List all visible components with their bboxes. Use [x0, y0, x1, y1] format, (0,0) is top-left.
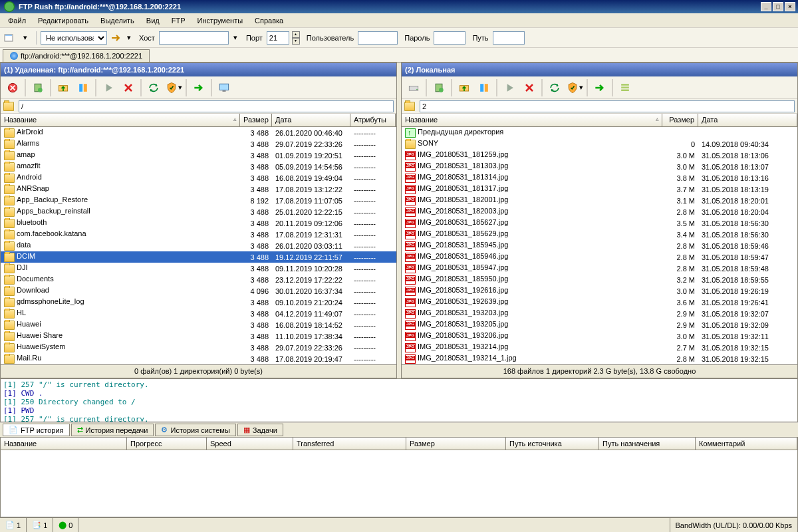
- transfer-queue[interactable]: [0, 450, 798, 517]
- table-row[interactable]: Mail.Ru3 48817.08.2019 20:19:47---------: [1, 353, 396, 364]
- table-row[interactable]: Download4 09630.01.2020 16:37:34--------…: [1, 285, 396, 297]
- close-button[interactable]: ×: [785, 2, 795, 11]
- table-row[interactable]: IMG_20180531_193214_1.jpg2.8 M31.05.2018…: [402, 353, 797, 364]
- bookmark-icon[interactable]: [29, 78, 47, 97]
- table-row[interactable]: Huawei Share3 48811.10.2019 17:38:34----…: [1, 331, 396, 342]
- col-name[interactable]: Название▵: [402, 114, 662, 126]
- th-name[interactable]: Название: [1, 438, 127, 450]
- col-date[interactable]: Дата: [272, 114, 350, 126]
- tab-system-history[interactable]: ⚙История системы: [155, 424, 235, 436]
- col-size[interactable]: Размер: [662, 114, 698, 126]
- col-date[interactable]: Дата: [698, 114, 797, 126]
- table-row[interactable]: Apps_backup_reinstall3 48825.01.2020 12:…: [1, 206, 396, 217]
- table-row[interactable]: Huawei3 48816.08.2019 18:14:52---------: [1, 319, 396, 331]
- table-row[interactable]: Documents3 48823.12.2019 17:22:22-------…: [1, 274, 396, 285]
- menu-file[interactable]: Файл: [3, 15, 31, 26]
- drive-icon[interactable]: [404, 78, 423, 97]
- th-comment[interactable]: Комментарий: [696, 438, 797, 450]
- local-columns-icon[interactable]: [475, 78, 493, 97]
- table-row[interactable]: bluetooth3 48820.11.2019 09:12:06-------…: [1, 217, 396, 229]
- new-connection-icon[interactable]: [3, 31, 16, 45]
- local-play-icon[interactable]: [500, 78, 519, 97]
- table-row[interactable]: HL3 48804.12.2019 11:49:07---------: [1, 308, 396, 319]
- table-row[interactable]: amap3 48801.09.2019 19:20:51---------: [1, 150, 396, 161]
- local-bookmark-icon[interactable]: [430, 78, 448, 97]
- tab-ftp-history[interactable]: 📄FTP история: [3, 424, 70, 436]
- table-row[interactable]: gdmssphoneLite_log3 48809.10.2019 21:20:…: [1, 297, 396, 308]
- up-folder-icon[interactable]: [54, 78, 72, 97]
- table-row[interactable]: IMG_20180531_185946.jpg2.8 M31.05.2018 1…: [402, 251, 797, 263]
- play-icon[interactable]: [99, 78, 118, 97]
- local-file-list[interactable]: Предыдущая директорияSONY014.09.2018 09:…: [402, 127, 797, 364]
- th-transferred[interactable]: Transferred: [293, 438, 406, 450]
- disconnect-icon[interactable]: [3, 78, 22, 97]
- table-row[interactable]: AirDroid3 48826.01.2020 00:46:40--------…: [1, 127, 396, 138]
- table-row[interactable]: data3 48826.01.2020 03:03:11---------: [1, 240, 396, 251]
- remote-path-input[interactable]: [19, 100, 394, 112]
- quick-connect-dropdown-icon[interactable]: ▾: [19, 31, 32, 45]
- table-row[interactable]: SONY014.09.2018 09:40:34: [402, 138, 797, 150]
- table-row[interactable]: IMG_20180531_193205.jpg2.9 M31.05.2018 1…: [402, 319, 797, 331]
- table-row[interactable]: IMG_20180531_185947.jpg2.8 M31.05.2018 1…: [402, 263, 797, 274]
- monitor-icon[interactable]: [215, 78, 233, 97]
- local-delete-icon[interactable]: [520, 78, 539, 97]
- local-up-folder-icon[interactable]: [455, 78, 473, 97]
- table-row[interactable]: IMG_20180531_181314.jpg3.8 M31.05.2018 1…: [402, 172, 797, 184]
- refresh-icon[interactable]: [144, 78, 163, 97]
- table-row[interactable]: IMG_20180531_185945.jpg2.8 M31.05.2018 1…: [402, 240, 797, 251]
- local-path-input[interactable]: [420, 100, 795, 112]
- connect-arrow-icon[interactable]: [110, 31, 123, 45]
- delete-icon[interactable]: [119, 78, 138, 97]
- table-row[interactable]: HuaweiSystem3 48829.07.2019 22:33:26----…: [1, 342, 396, 353]
- dropdown-icon[interactable]: ▾: [126, 31, 132, 45]
- parent-dir-row[interactable]: Предыдущая директория: [402, 127, 797, 138]
- table-row[interactable]: IMG_20180531_182003.jpg2.8 M31.05.2018 1…: [402, 206, 797, 217]
- table-row[interactable]: IMG_20180531_193206.jpg3.0 M31.05.2018 1…: [402, 331, 797, 342]
- transfer-right-icon[interactable]: [190, 78, 208, 97]
- maximize-button[interactable]: □: [773, 2, 783, 11]
- user-input[interactable]: [358, 31, 398, 45]
- table-row[interactable]: DJI3 48809.11.2019 10:20:28---------: [1, 263, 396, 274]
- port-up-icon[interactable]: ▴: [292, 31, 300, 38]
- table-row[interactable]: IMG_20180531_192616.jpg3.0 M31.05.2018 1…: [402, 285, 797, 297]
- table-row[interactable]: com.facebook.katana3 48817.08.2019 12:31…: [1, 229, 396, 240]
- menu-select[interactable]: Выделить: [95, 15, 140, 26]
- local-shield-icon[interactable]: ▾: [565, 78, 584, 97]
- table-row[interactable]: Android3 48816.08.2019 19:49:04---------: [1, 172, 396, 184]
- table-row[interactable]: IMG_20180531_193214.jpg2.7 M31.05.2018 1…: [402, 342, 797, 353]
- shield-icon[interactable]: ▾: [164, 78, 183, 97]
- table-row[interactable]: IMG_20180531_182001.jpg3.1 M31.05.2018 1…: [402, 195, 797, 206]
- table-row[interactable]: DCIM3 48819.12.2019 22:11:57---------: [1, 251, 396, 263]
- menu-ftp[interactable]: FTP: [166, 15, 191, 26]
- table-row[interactable]: IMG_20180531_193203.jpg2.9 M31.05.2018 1…: [402, 308, 797, 319]
- local-refresh-icon[interactable]: [545, 78, 564, 97]
- table-row[interactable]: amazfit3 48805.09.2019 14:54:56---------: [1, 161, 396, 172]
- table-row[interactable]: App_Backup_Restore8 19217.08.2019 11:07:…: [1, 195, 396, 206]
- menu-view[interactable]: Вид: [141, 15, 165, 26]
- table-row[interactable]: IMG_20180531_192639.jpg3.6 M31.05.2018 1…: [402, 297, 797, 308]
- tab-tasks[interactable]: ▦Задачи: [237, 424, 283, 436]
- password-input[interactable]: [434, 31, 466, 45]
- host-input[interactable]: [159, 31, 229, 45]
- col-size[interactable]: Размер: [240, 114, 272, 126]
- port-input[interactable]: [267, 31, 289, 45]
- table-row[interactable]: ANRSnap3 48817.08.2019 13:12:22---------: [1, 184, 396, 195]
- menu-help[interactable]: Справка: [249, 15, 289, 26]
- ftp-log[interactable]: [1] 257 "/" is current directory.[1] CWD…: [0, 378, 798, 422]
- tab-transfer-history[interactable]: ⇄История передачи: [71, 424, 154, 436]
- columns-icon[interactable]: [74, 78, 92, 97]
- th-size[interactable]: Размер: [406, 438, 506, 450]
- table-row[interactable]: IMG_20180531_185627.jpg3.5 M31.05.2018 1…: [402, 217, 797, 229]
- transfer-left-icon[interactable]: [591, 78, 609, 97]
- table-row[interactable]: IMG_20180531_181317.jpg3.7 M31.05.2018 1…: [402, 184, 797, 195]
- menu-tools[interactable]: Инструменты: [192, 15, 248, 26]
- table-row[interactable]: IMG_20180531_185950.jpg3.2 M31.05.2018 1…: [402, 274, 797, 285]
- port-down-icon[interactable]: ▾: [292, 38, 300, 45]
- th-dst[interactable]: Путь назначения: [599, 438, 696, 450]
- menu-edit[interactable]: Редактировать: [33, 15, 94, 26]
- th-speed[interactable]: Speed: [207, 438, 293, 450]
- th-progress[interactable]: Прогресс: [127, 438, 207, 450]
- col-name[interactable]: Название▵: [1, 114, 240, 126]
- local-list-icon[interactable]: [616, 78, 634, 97]
- col-attr[interactable]: Атрибуты: [350, 114, 396, 126]
